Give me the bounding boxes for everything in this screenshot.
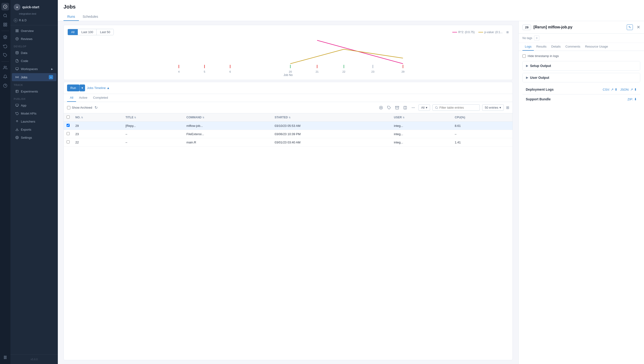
svg-point-57 [414,108,414,108]
row-checkbox-29[interactable] [64,122,73,130]
left-col: All Last 100 Last 50 R^2: (0:0.75) [58,21,518,364]
job-title: [Rerun] mlflow-job.py [533,25,624,29]
subtab-active[interactable]: Active [76,94,90,102]
svg-point-23 [17,77,18,78]
detail-tab-comments[interactable]: Comments [563,43,583,51]
row-checkbox-22[interactable] [64,138,73,146]
bell-icon[interactable] [2,73,9,80]
json-download-icon[interactable]: ⬇ [634,88,637,91]
sidebar-item-launchers[interactable]: Launchers [12,118,56,125]
zip-download-icon[interactable]: ⬇ [634,97,637,101]
setup-output-header[interactable]: ▶ Setup Output [523,61,640,70]
stop-icon-btn[interactable] [378,105,384,110]
hide-timestamp-checkbox[interactable] [522,54,526,58]
svg-rect-51 [380,107,381,108]
help-icon[interactable] [2,82,9,90]
search-input[interactable] [439,106,477,109]
page-title: Jobs [64,4,638,10]
pause-icon[interactable] [2,354,9,361]
sidebar-item-overview[interactable]: Overview [12,27,56,34]
search-icon[interactable] [2,12,9,20]
run-dropdown-btn[interactable]: ▾ [79,84,85,91]
sidebar-item-exports[interactable]: Exports [12,126,56,133]
page-body: All Last 100 Last 50 R^2: (0:0.75) [58,21,644,364]
col-settings-icon[interactable]: ⊞ [506,105,509,110]
detail-tab-logs[interactable]: Logs [522,43,534,51]
json-open-icon[interactable]: ↗ [630,88,633,91]
edit-icon-btn[interactable]: ✎ [627,24,633,30]
svg-rect-5 [6,25,7,26]
refresh-icon[interactable] [2,42,9,50]
svg-text:22: 22 [342,70,345,73]
sidebar-item-data[interactable]: Data [12,49,56,56]
sidebar: ● quick-start integration-test ⊙ R & D O… [11,0,58,364]
detail-tab-details[interactable]: Details [549,43,563,51]
select-all-checkbox[interactable] [67,116,70,118]
show-archived-checkbox[interactable] [67,106,70,109]
sidebar-item-model-apis[interactable]: Model APIs [12,110,56,117]
archive-btn[interactable] [394,105,400,110]
filter-dropdown[interactable]: All ▾ [418,104,430,111]
header-user[interactable]: USER ⇅ [391,113,452,122]
legend-r2-label: R^2: (0:0.75) [458,30,475,34]
svg-rect-24 [16,104,19,106]
tag-icon[interactable] [2,51,9,59]
split-view-btn[interactable] [402,105,408,110]
table-row[interactable]: 22 – main.R 03/01/23 03:40 AM integ... 1… [64,138,513,146]
legend-icon[interactable]: ⊞ [506,30,509,34]
layers-icon[interactable] [2,33,9,41]
filter-all-btn[interactable]: All [68,29,78,35]
grid-icon[interactable] [2,21,9,28]
sidebar-item-code[interactable]: Code [12,57,56,64]
sidebar-item-settings[interactable]: Settings [12,134,56,141]
logo-icon: ● [14,4,20,10]
tab-schedules[interactable]: Schedules [79,13,102,21]
develop-section: DEVELOP [11,43,58,49]
sidebar-item-app[interactable]: App [12,102,56,109]
svg-rect-13 [16,30,17,30]
tab-runs[interactable]: Runs [64,13,79,21]
subtab-completed[interactable]: Completed [90,94,111,102]
no-tags-label: No tags [522,36,532,40]
hide-timestamp-row: Hide timestamp in logs [522,54,640,58]
table-row[interactable]: 23 – FileExtensi... 03/06/23 10:39 PM in… [64,130,513,138]
sidebar-item-jobs[interactable]: Jobs + [12,73,56,81]
entries-label: 50 entries [485,106,498,109]
tag-btn[interactable] [386,105,392,110]
sidebar-item-experiments[interactable]: Experiments [12,88,56,95]
show-archived[interactable]: Show Archived [67,106,92,109]
header-started[interactable]: STARTED ⇅ [272,113,391,122]
sidebar-item-reviews[interactable]: Reviews [12,35,56,42]
sidebar-item-workspaces[interactable]: Workspaces ▶ [12,65,56,73]
csv-label: CSV: [603,88,610,91]
org-item[interactable]: ⊙ R & D [11,17,58,24]
csv-open-icon[interactable]: ↗ [611,88,614,91]
header-no-label: NO. [75,116,80,119]
header-title[interactable]: TITLE ⇅ [123,113,184,122]
users-icon[interactable] [2,64,9,72]
row-cpu-29: 8.61 [452,122,513,130]
entries-select[interactable]: 50 entries ▾ [482,104,504,111]
header-cpu[interactable]: CPU(%) [452,113,513,122]
add-tag-btn[interactable]: + [534,36,539,41]
filter-last100-btn[interactable]: Last 100 [78,29,97,35]
subtab-all[interactable]: All [67,94,76,102]
jobs-timeline[interactable]: Jobs Timeline ▲ [87,86,110,90]
jobs-add-badge[interactable]: + [49,75,53,79]
home-icon[interactable] [2,3,9,10]
overview-label: Overview [21,29,53,33]
user-output-header[interactable]: ▶ User Output [523,73,640,82]
settings-label: Settings [21,136,53,140]
header-no[interactable]: NO. ⇅ [73,113,123,122]
csv-download-icon[interactable]: ⬇ [615,88,617,91]
filter-last50-btn[interactable]: Last 50 [97,29,113,35]
header-command[interactable]: COMMAND ⇅ [184,113,272,122]
close-detail-btn[interactable]: ✕ [637,24,640,30]
refresh-table-icon[interactable]: ↻ [95,105,98,110]
detail-tab-resource-usage[interactable]: Resource Usage [583,43,610,51]
table-row[interactable]: 29 [Reру... mlflow-job... 03/10/23 05:53… [64,122,513,130]
row-checkbox-23[interactable] [64,130,73,138]
detail-tab-results[interactable]: Results [534,43,549,51]
run-button[interactable]: Run [67,84,79,91]
more-btn[interactable] [410,105,416,110]
